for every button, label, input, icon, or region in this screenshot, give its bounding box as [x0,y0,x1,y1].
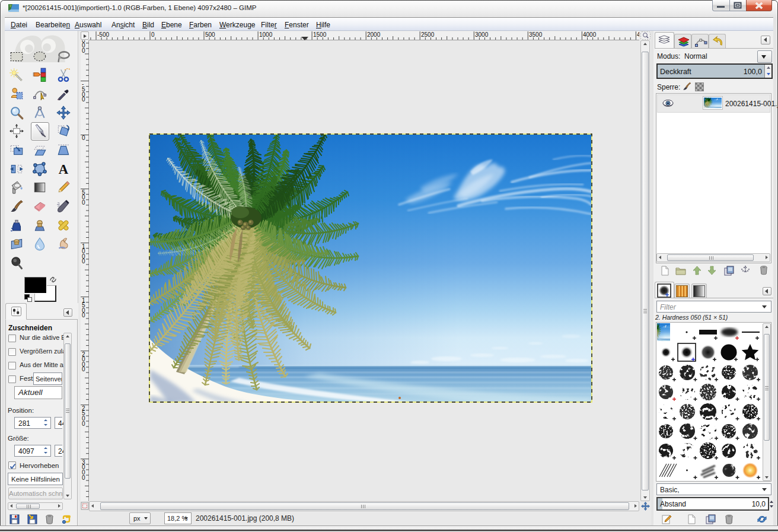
svg-text:2000: 2000 [367,31,381,38]
svg-text:2500: 2500 [421,31,435,38]
svg-text:4000: 4000 [583,31,597,38]
svg-text:1000: 1000 [259,31,273,38]
svg-text:3000: 3000 [475,31,489,38]
svg-text:A: A [59,162,69,177]
svg-text:-500: -500 [97,31,109,38]
svg-text:0: 0 [82,199,85,206]
svg-text:0: 0 [82,420,85,427]
svg-text:0: 0 [151,31,155,38]
svg-text:0: 0 [82,312,85,318]
svg-text:0: 0 [82,135,85,141]
svg-text:0: 0 [82,474,85,481]
svg-text:0: 0 [82,366,85,372]
svg-text:1500: 1500 [313,31,327,38]
svg-text:0: 0 [82,47,85,54]
svg-text:3500: 3500 [529,31,543,38]
svg-text:0: 0 [82,96,85,103]
svg-text:4500: 4500 [637,31,639,38]
svg-text:0: 0 [82,258,85,265]
svg-text:500: 500 [205,31,215,38]
